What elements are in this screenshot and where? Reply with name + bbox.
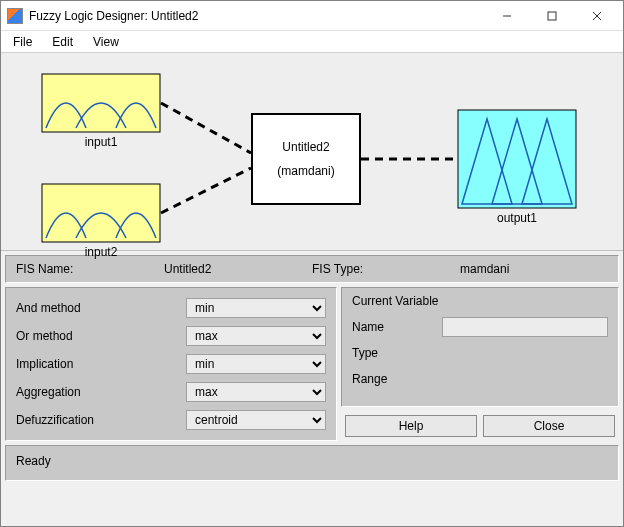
menu-view[interactable]: View	[85, 33, 127, 51]
help-button[interactable]: Help	[345, 415, 477, 437]
status-bar: Ready	[5, 445, 619, 481]
input2-label: input2	[41, 245, 161, 259]
and-method-select[interactable]: min	[186, 298, 326, 318]
menubar: File Edit View	[1, 31, 623, 53]
cv-type-label: Type	[352, 346, 442, 360]
svg-line-4	[161, 103, 251, 153]
fis-type-label: FIS Type:	[312, 262, 460, 276]
cv-name-field[interactable]	[442, 317, 608, 337]
output1-label: output1	[457, 211, 577, 225]
fis-name-label: FIS Name:	[16, 262, 164, 276]
input-variable-input1[interactable]	[41, 73, 161, 133]
cv-range-label: Range	[352, 372, 442, 386]
defuzz-select[interactable]: centroid	[186, 410, 326, 430]
minimize-button[interactable]	[484, 2, 529, 30]
input-variable-input2[interactable]	[41, 183, 161, 243]
menu-edit[interactable]: Edit	[44, 33, 81, 51]
defuzz-label: Defuzzification	[16, 413, 186, 427]
fis-info-row: FIS Name: Untitled2 FIS Type: mamdani	[5, 255, 619, 283]
or-method-label: Or method	[16, 329, 186, 343]
implication-label: Implication	[16, 357, 186, 371]
aggregation-select[interactable]: max	[186, 382, 326, 402]
app-icon	[7, 8, 23, 24]
window-title: Fuzzy Logic Designer: Untitled2	[29, 9, 484, 23]
fis-type-value: mamdani	[460, 262, 608, 276]
fis-name-value: Untitled2	[164, 262, 312, 276]
status-text: Ready	[16, 454, 51, 468]
implication-select[interactable]: min	[186, 354, 326, 374]
menu-file[interactable]: File	[5, 33, 40, 51]
close-window-button[interactable]	[574, 2, 619, 30]
output-variable-output1[interactable]	[457, 109, 577, 209]
fis-diagram: input1 input2 Untitled2 (mamdani)	[1, 53, 623, 251]
or-method-select[interactable]: max	[186, 326, 326, 346]
button-row: Help Close	[345, 415, 615, 437]
current-variable-title: Current Variable	[352, 294, 608, 308]
svg-line-5	[161, 168, 251, 213]
current-variable-panel: Current Variable Name Type Range	[341, 287, 619, 407]
methods-panel: And method min Or method max Implication…	[5, 287, 337, 441]
aggregation-label: Aggregation	[16, 385, 186, 399]
and-method-label: And method	[16, 301, 186, 315]
panels: And method min Or method max Implication…	[1, 287, 623, 445]
close-button[interactable]: Close	[483, 415, 615, 437]
rules-fis-type: (mamdani)	[277, 164, 334, 178]
rules-block[interactable]: Untitled2 (mamdani)	[251, 113, 361, 205]
input1-label: input1	[41, 135, 161, 149]
cv-name-label: Name	[352, 320, 442, 334]
rules-fis-name: Untitled2	[282, 140, 329, 154]
svg-rect-1	[548, 12, 556, 20]
maximize-button[interactable]	[529, 2, 574, 30]
titlebar: Fuzzy Logic Designer: Untitled2	[1, 1, 623, 31]
app-window: Fuzzy Logic Designer: Untitled2 File Edi…	[0, 0, 624, 527]
